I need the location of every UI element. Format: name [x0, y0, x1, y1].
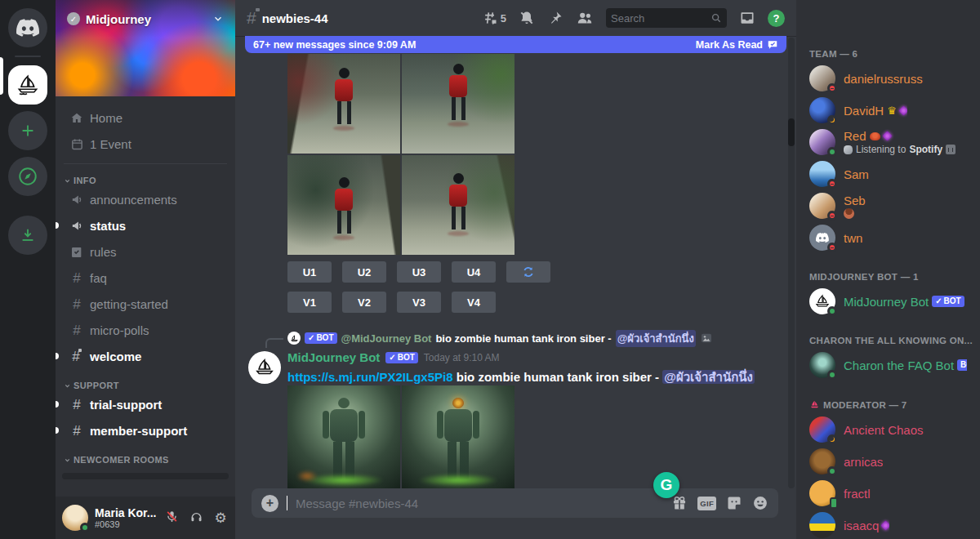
user-name: Maria Kor... [95, 507, 156, 519]
chevron-down-icon[interactable] [212, 13, 224, 24]
u4-button[interactable]: U4 [452, 261, 496, 283]
member-list-button[interactable] [576, 9, 594, 27]
download-apps-button[interactable] [8, 216, 47, 255]
channel-list-scrollbar[interactable] [62, 473, 229, 479]
u2-button[interactable]: U2 [342, 261, 386, 283]
mark-as-read-button[interactable]: Mark As Read [696, 39, 778, 51]
user-avatar[interactable] [62, 505, 88, 531]
inbox-button[interactable] [739, 10, 755, 26]
member-twn[interactable]: twn [803, 222, 973, 253]
reply-author[interactable]: @MidJourney Bot [341, 332, 432, 345]
sticker-picker-button[interactable] [726, 495, 742, 511]
message-mention[interactable]: @ผัวเจ้าสำนักนึ่ง [662, 370, 755, 384]
channel-label: getting-started [90, 297, 168, 311]
notifications-muted-button[interactable] [519, 10, 535, 26]
u3-button[interactable]: U3 [397, 261, 441, 283]
midjourney-server-button[interactable] [8, 65, 47, 105]
new-messages-bar[interactable]: 67+ new messages since 9:09 AM Mark As R… [245, 36, 786, 53]
message-input[interactable] [296, 497, 663, 510]
emoji-picker-button[interactable] [752, 495, 768, 511]
rail-separator [15, 56, 41, 57]
sidebar-item-home[interactable]: Home [62, 105, 229, 131]
status-emoji [844, 208, 854, 219]
zombie-image-right[interactable] [402, 385, 514, 490]
channel-micro-polls[interactable]: # micro-polls [62, 318, 229, 343]
channel-member-support[interactable]: # member-support [62, 418, 229, 443]
channel-header: # newbies-44 5 [235, 0, 796, 36]
server-header[interactable]: ✓ Midjourney [56, 0, 235, 38]
calendar-icon [69, 137, 85, 151]
search-box[interactable] [606, 8, 727, 28]
member-davidh[interactable]: DavidH♛ [803, 95, 973, 126]
member-isaacq[interactable]: isaacq [803, 510, 973, 539]
v1-button[interactable]: V1 [287, 292, 332, 313]
settings-gear-button[interactable]: ⚙ [212, 510, 229, 527]
bot-badge: ✓BOT [385, 352, 418, 363]
member-sam[interactable]: Sam [803, 158, 973, 189]
message-avatar[interactable] [248, 351, 281, 384]
grid-image-3[interactable] [287, 155, 400, 255]
channel-welcome[interactable]: # welcome [62, 344, 229, 369]
threads-button[interactable]: 5 [482, 10, 506, 26]
u1-button[interactable]: U1 [287, 261, 332, 283]
member-charon-faq-bot[interactable]: Charon the FAQ BotBOT [803, 350, 973, 381]
reply-preview[interactable]: ✓BOT @MidJourney Bot bio zombie human ta… [287, 331, 713, 345]
member-fractl[interactable]: fractl [803, 478, 973, 509]
plus-icon: + [266, 496, 274, 510]
zombie-image-attachment[interactable] [287, 385, 514, 490]
member-arnicas[interactable]: arnicas [803, 446, 973, 477]
message-author[interactable]: MidJourney Bot [287, 350, 380, 364]
reply-mention[interactable]: @ผัวเจ้าสำนักนึ่ง [616, 330, 696, 347]
thread-count: 5 [501, 12, 506, 24]
group-team-header: TEAM — 6 [796, 0, 980, 62]
section-support[interactable]: SUPPORT [62, 381, 229, 390]
grid-image-1[interactable] [287, 54, 400, 154]
inbox-icon [739, 10, 755, 26]
grammarly-widget[interactable]: G [653, 472, 679, 498]
explore-servers-button[interactable] [8, 157, 47, 196]
channel-label: faq [90, 271, 107, 285]
chat-scrollbar-thumb[interactable] [788, 118, 795, 146]
channel-status[interactable]: status [62, 213, 229, 238]
bot-badge: ✓BOT [932, 296, 964, 307]
section-newcomer-rooms[interactable]: NEWCOMER ROOMS [62, 455, 229, 465]
member-red[interactable]: Red Listening to Spotify [803, 127, 973, 158]
channel-list: Home 1 Event INFO announcements status [56, 96, 235, 497]
v3-button[interactable]: V3 [397, 292, 441, 313]
channel-faq[interactable]: # faq [62, 265, 229, 291]
v2-button[interactable]: V2 [342, 292, 386, 313]
search-input[interactable] [611, 12, 707, 24]
megaphone-icon [69, 219, 85, 233]
zombie-image-left[interactable] [287, 385, 400, 490]
channel-label: micro-polls [90, 323, 149, 337]
add-server-button[interactable] [8, 111, 47, 150]
channel-getting-started[interactable]: # getting-started [62, 292, 229, 317]
channel-trial-support[interactable]: # trial-support [62, 392, 229, 417]
member-ancient-chaos[interactable]: Ancient Chaos [803, 414, 973, 445]
message-link[interactable]: https://s.mj.run/PX2ILgx5Pi8 [287, 370, 453, 384]
sidebar-item-events[interactable]: 1 Event [62, 131, 229, 157]
member-midjourney-bot[interactable]: MidJourney Bot✓BOT [803, 286, 973, 317]
gift-button[interactable] [671, 495, 688, 511]
mic-muted-button[interactable] [163, 510, 180, 527]
attach-file-button[interactable]: + [261, 495, 278, 512]
discord-home-button[interactable] [8, 8, 47, 47]
channel-label: trial-support [90, 398, 162, 412]
pinned-messages-button[interactable] [547, 10, 564, 26]
chat-scrollbar-track[interactable] [788, 38, 795, 488]
gif-picker-button[interactable]: GIF [697, 497, 716, 510]
reroll-button[interactable] [506, 261, 550, 283]
channel-rules[interactable]: rules [62, 239, 229, 265]
midjourney-image-grid[interactable] [287, 54, 514, 255]
section-info[interactable]: INFO [62, 176, 229, 185]
member-seb[interactable]: Seb [803, 190, 973, 221]
question-mark: ? [773, 12, 780, 24]
grid-image-2[interactable] [402, 54, 514, 154]
grid-image-4[interactable] [402, 155, 514, 255]
member-danielrussruss[interactable]: danielrussruss [803, 63, 973, 94]
channel-announcements[interactable]: announcements [62, 187, 229, 212]
deafen-button[interactable] [188, 510, 204, 527]
v4-button[interactable]: V4 [452, 292, 496, 313]
online-status-icon [827, 147, 837, 157]
help-button[interactable]: ? [768, 10, 785, 27]
